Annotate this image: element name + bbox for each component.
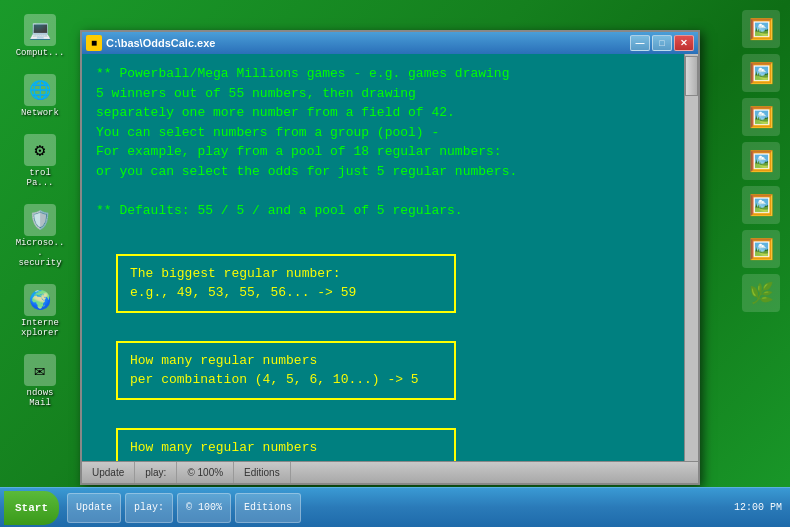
taskbar-items: Update play: © 100% Editions (63, 493, 726, 523)
taskbar-item-zoom[interactable]: © 100% (177, 493, 231, 523)
input-box-2[interactable]: How many regular numbers per combination… (116, 341, 456, 400)
mail-icon: ✉️ (24, 354, 56, 386)
controlpanel-icon-label: trol Pa... (14, 168, 66, 188)
taskbar-clock: 12:00 PM (726, 502, 790, 513)
desktop-icon-controlpanel[interactable]: ⚙️ trol Pa... (10, 130, 70, 192)
status-bar: Update play: © 100% Editions (82, 461, 698, 483)
desktop: 💻 Comput... 🌐 Network ⚙️ trol Pa... 🛡️ M… (0, 0, 790, 527)
right-icon-4[interactable]: 🖼️ (742, 142, 780, 180)
console-line-3: separately one more number from a field … (96, 103, 670, 123)
close-button[interactable]: ✕ (674, 35, 694, 51)
scrollbar-thumb[interactable] (685, 56, 698, 96)
security-icon-label: Microso...security (14, 238, 66, 268)
right-icon-1[interactable]: 🖼️ (742, 10, 780, 48)
console-line-2: 5 winners out of 55 numbers, then drawin… (96, 84, 670, 104)
maximize-button[interactable]: □ (652, 35, 672, 51)
taskbar-item-editions[interactable]: Editions (235, 493, 301, 523)
ie-icon: 🌍 (24, 284, 56, 316)
minimize-button[interactable]: — (630, 35, 650, 51)
desktop-icon-ie[interactable]: 🌍 Internexplorer (10, 280, 70, 342)
desktop-icon-computer[interactable]: 💻 Comput... (10, 10, 70, 62)
input-box-1[interactable]: The biggest regular number: e.g., 49, 53… (116, 254, 456, 313)
computer-icon-label: Comput... (16, 48, 65, 58)
window-titlebar: ■ C:\bas\OddsCalc.exe — □ ✕ (82, 32, 698, 54)
input-box-1-line2: e.g., 49, 53, 55, 56... -> 59 (130, 283, 442, 303)
desktop-icon-security[interactable]: 🛡️ Microso...security (10, 200, 70, 272)
status-item-editions: Editions (234, 462, 291, 483)
input-box-2-line2: per combination (4, 5, 6, 10...) -> 5 (130, 370, 442, 390)
console-scrollbar[interactable] (684, 54, 698, 461)
console-content[interactable]: ** Powerball/Mega Millions games - e.g. … (82, 54, 684, 461)
controlpanel-icon: ⚙️ (24, 134, 56, 166)
right-icon-6[interactable]: 🖼️ (742, 230, 780, 268)
window-app-icon: ■ (86, 35, 102, 51)
input-box-3-line1: How many regular numbers (130, 438, 442, 458)
console-line-7 (96, 181, 670, 201)
input-box-3[interactable]: How many regular numbers in the pool (5,… (116, 428, 456, 462)
taskbar-item-play[interactable]: play: (125, 493, 173, 523)
input-box-2-line1: How many regular numbers (130, 351, 442, 371)
console-line-8: ** Defaults: 55 / 5 / and a pool of 5 re… (96, 201, 670, 221)
taskbar: Start Update play: © 100% Editions 12:00… (0, 487, 790, 527)
console-line-4: You can select numbers from a group (poo… (96, 123, 670, 143)
status-item-update: Update (82, 462, 135, 483)
window-title: C:\bas\OddsCalc.exe (106, 37, 626, 49)
desktop-icons-right: 🖼️ 🖼️ 🖼️ 🖼️ 🖼️ 🖼️ 🌿 (736, 10, 786, 477)
console-line-5: For example, play from a pool of 18 regu… (96, 142, 670, 162)
right-icon-5[interactable]: 🖼️ (742, 186, 780, 224)
taskbar-item-update[interactable]: Update (67, 493, 121, 523)
console-line-1: ** Powerball/Mega Millions games - e.g. … (96, 64, 670, 84)
right-icon-7[interactable]: 🌿 (742, 274, 780, 312)
right-icon-3[interactable]: 🖼️ (742, 98, 780, 136)
desktop-icons-left: 💻 Comput... 🌐 Network ⚙️ trol Pa... 🛡️ M… (0, 0, 80, 487)
mail-icon-label: ndowsMail (26, 388, 53, 408)
console-line-6: or you can select the odds for just 5 re… (96, 162, 670, 182)
desktop-icon-mail[interactable]: ✉️ ndowsMail (10, 350, 70, 412)
status-item-play: play: (135, 462, 177, 483)
network-icon: 🌐 (24, 74, 56, 106)
desktop-icon-network[interactable]: 🌐 Network (10, 70, 70, 122)
status-item-zoom: © 100% (177, 462, 234, 483)
main-window: ■ C:\bas\OddsCalc.exe — □ ✕ ** Powerball… (80, 30, 700, 485)
input-box-1-line1: The biggest regular number: (130, 264, 442, 284)
start-button[interactable]: Start (4, 491, 59, 525)
network-icon-label: Network (21, 108, 59, 118)
console-area: ** Powerball/Mega Millions games - e.g. … (82, 54, 698, 461)
security-icon: 🛡️ (24, 204, 56, 236)
computer-icon: 💻 (24, 14, 56, 46)
right-icon-2[interactable]: 🖼️ (742, 54, 780, 92)
window-controls: — □ ✕ (630, 35, 694, 51)
ie-icon-label: Internexplorer (21, 318, 59, 338)
